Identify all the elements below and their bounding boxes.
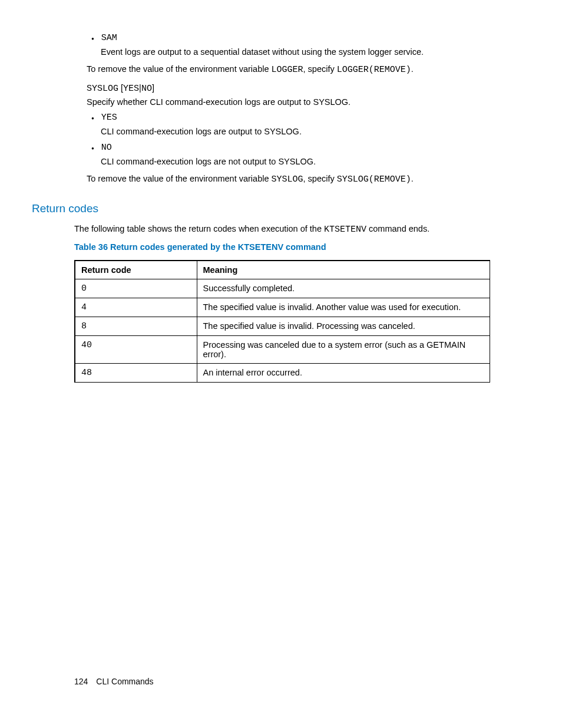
cell-meaning: The specified value is invalid. Processi… bbox=[197, 317, 490, 335]
page-footer: 124CLI Commands bbox=[74, 677, 154, 686]
section-heading: Return codes bbox=[32, 202, 490, 215]
code: SYSLOG bbox=[87, 84, 118, 94]
cell-code: 48 bbox=[75, 363, 197, 382]
table-row: 0 Successfully completed. bbox=[75, 279, 490, 298]
bullet-icon: ● bbox=[91, 113, 101, 123]
code: KTSETENV bbox=[324, 225, 366, 235]
code: YES bbox=[123, 84, 139, 94]
text: Specify whether CLI command-execution lo… bbox=[87, 97, 351, 107]
code: SYSLOG bbox=[272, 174, 303, 185]
list-item-yes: ● YES bbox=[72, 113, 490, 123]
text: command ends. bbox=[366, 224, 429, 233]
cell-code: 40 bbox=[75, 335, 197, 363]
text: . bbox=[411, 64, 414, 74]
intro-paragraph: The following table shows the return cod… bbox=[72, 222, 490, 236]
bullet-icon: ● bbox=[91, 33, 101, 43]
footer-title: CLI Commands bbox=[96, 677, 153, 686]
table-caption: Table 36 Return codes generated by the K… bbox=[72, 242, 490, 252]
text: To remove the value of the environment v… bbox=[87, 64, 272, 74]
code: NO bbox=[141, 84, 152, 94]
text: , specify bbox=[303, 174, 337, 183]
col-meaning: Meaning bbox=[197, 261, 490, 279]
text: ] bbox=[152, 83, 154, 93]
table-row: 40 Processing was canceled due to a syst… bbox=[75, 335, 490, 363]
table-row: 48 An internal error occurred. bbox=[75, 363, 490, 382]
cell-code: 0 bbox=[75, 279, 197, 298]
syslog-definition: SYSLOG [YES|NO] Specify whether CLI comm… bbox=[72, 81, 490, 109]
list-item-no: ● NO bbox=[72, 143, 490, 153]
code-yes: YES bbox=[101, 113, 117, 123]
table-row: 8 The specified value is invalid. Proces… bbox=[75, 317, 490, 335]
table-row: 4 The specified value is invalid. Anothe… bbox=[75, 298, 490, 317]
code-no: NO bbox=[101, 143, 112, 153]
page-number: 124 bbox=[74, 677, 88, 686]
return-codes-table: Return code Meaning 0 Successfully compl… bbox=[74, 260, 490, 383]
col-return-code: Return code bbox=[75, 261, 197, 279]
cell-meaning: An internal error occurred. bbox=[197, 363, 490, 382]
remove-logger-line: To remove the value of the environment v… bbox=[72, 62, 490, 77]
cell-meaning: The specified value is invalid. Another … bbox=[197, 298, 490, 317]
desc-no: CLI command-execution logs are not outpu… bbox=[72, 155, 490, 168]
desc-yes: CLI command-execution logs are output to… bbox=[72, 125, 490, 138]
bullet-icon: ● bbox=[91, 143, 101, 153]
code: LOGGER(REMOVE) bbox=[337, 65, 411, 75]
table-header-row: Return code Meaning bbox=[75, 261, 490, 279]
desc-sam: Event logs are output to a sequential da… bbox=[72, 45, 490, 58]
cell-meaning: Processing was canceled due to a system … bbox=[197, 335, 490, 363]
cell-code: 8 bbox=[75, 317, 197, 335]
code-sam: SAM bbox=[101, 33, 117, 43]
remove-syslog-line: To remove the value of the environment v… bbox=[72, 172, 490, 186]
text: , specify bbox=[303, 64, 337, 74]
code: SYSLOG(REMOVE) bbox=[337, 174, 411, 185]
code: LOGGER bbox=[272, 65, 303, 75]
text: . bbox=[411, 174, 414, 183]
text: To remove the value of the environment v… bbox=[87, 174, 272, 183]
cell-meaning: Successfully completed. bbox=[197, 279, 490, 298]
cell-code: 4 bbox=[75, 298, 197, 317]
list-item-sam: ● SAM bbox=[72, 33, 490, 43]
text: The following table shows the return cod… bbox=[74, 224, 324, 233]
